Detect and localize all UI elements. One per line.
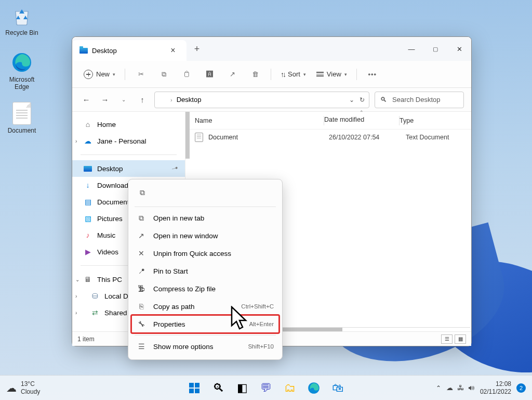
address-bar[interactable]: › Desktop ⌄ ↻ bbox=[154, 92, 369, 108]
ctx-copy-path[interactable]: ⎘Copy as pathCtrl+Shift+C bbox=[131, 298, 279, 315]
share-button[interactable]: ↗ bbox=[222, 66, 243, 83]
collapse-icon[interactable]: ⌄ bbox=[75, 277, 79, 282]
cloud-icon: ☁ bbox=[6, 382, 17, 394]
properties-icon: 🔧︎ bbox=[137, 319, 146, 329]
tab-close-icon[interactable]: × bbox=[167, 44, 179, 57]
recent-button[interactable]: ⌄ bbox=[117, 93, 130, 107]
copy-path-icon: ⎘ bbox=[137, 302, 146, 311]
chevron-down-icon: ▾ bbox=[344, 72, 347, 77]
sidebar-item-label: Pictures bbox=[97, 215, 123, 223]
context-menu: ⧉ ⧉Open in new tab ↗Open in new window ✕… bbox=[128, 179, 283, 360]
ctx-open-new-tab[interactable]: ⧉Open in new tab bbox=[131, 209, 279, 227]
new-tab-button[interactable]: + bbox=[187, 37, 207, 61]
maximize-button[interactable]: ▢ bbox=[423, 37, 447, 61]
clock-date: 02/11/2022 bbox=[480, 388, 511, 395]
text-file-icon bbox=[195, 133, 203, 142]
file-explorer-button[interactable]: 🗂︎ bbox=[280, 378, 300, 398]
volume-icon[interactable]: 🔊︎ bbox=[468, 384, 475, 392]
edge-icon bbox=[10, 51, 33, 74]
sort-button[interactable]: Sort ▾ bbox=[276, 66, 310, 83]
titlebar: Desktop × + — ▢ ✕ bbox=[72, 37, 471, 61]
details-view-button[interactable]: ☰ bbox=[441, 334, 453, 344]
sidebar-item-onedrive[interactable]: ›☁Jane - Personal bbox=[72, 133, 185, 149]
expand-icon[interactable]: › bbox=[75, 310, 77, 316]
item-count: 1 item bbox=[77, 336, 95, 343]
cut-button[interactable]: ✂ bbox=[130, 66, 151, 83]
ctx-label: Compress to Zip file bbox=[153, 285, 216, 293]
file-type: Text Document bbox=[406, 134, 462, 141]
copy-button[interactable]: ⧉ bbox=[153, 66, 174, 83]
onedrive-tray-icon[interactable]: ☁ bbox=[446, 384, 453, 392]
task-view-button[interactable]: ◧ bbox=[232, 378, 252, 398]
search-button[interactable]: 🔍︎ bbox=[208, 378, 229, 398]
search-box[interactable]: 🔍︎ Search Desktop bbox=[375, 92, 464, 108]
minimize-button[interactable]: — bbox=[400, 37, 423, 61]
scroll-ruler[interactable] bbox=[185, 112, 190, 159]
ctx-open-new-window[interactable]: ↗Open in new window bbox=[131, 227, 279, 244]
ctx-label: Open in new tab bbox=[153, 214, 204, 222]
ctx-pin-start[interactable]: 📍︎Pin to Start bbox=[131, 262, 279, 280]
sort-indicator-icon: ⌃ bbox=[324, 110, 399, 115]
forward-button[interactable]: → bbox=[98, 93, 112, 107]
chevron-down-icon[interactable]: ⌄ bbox=[349, 96, 354, 104]
search-icon: 🔍︎ bbox=[380, 96, 387, 104]
chat-button[interactable]: 💬︎ bbox=[256, 378, 276, 398]
start-button[interactable] bbox=[184, 378, 205, 398]
desktop-icon-label: Recycle Bin bbox=[2, 29, 42, 36]
expand-icon[interactable]: › bbox=[75, 138, 77, 144]
tray-chevron-icon[interactable]: ⌃ bbox=[436, 384, 441, 392]
window-tab[interactable]: Desktop × bbox=[72, 40, 187, 61]
desktop-icon-label: Microsoft Edge bbox=[2, 76, 42, 91]
clock[interactable]: 12:08 02/11/2022 bbox=[480, 380, 511, 395]
svg-rect-4 bbox=[195, 389, 200, 393]
ctx-label: Show more options bbox=[153, 343, 214, 351]
svg-rect-2 bbox=[195, 383, 200, 388]
edge-button[interactable] bbox=[303, 378, 324, 398]
refresh-button[interactable]: ↻ bbox=[360, 96, 365, 104]
up-button[interactable]: ↑ bbox=[136, 93, 149, 107]
recycle-bin-icon bbox=[10, 4, 33, 27]
pin-icon: 📍︎ bbox=[170, 164, 179, 173]
svg-rect-1 bbox=[189, 383, 194, 388]
ctx-copy-button[interactable]: ⧉ bbox=[135, 186, 150, 200]
taskbar: ☁ 13°C Cloudy 🔍︎ ◧ 💬︎ 🗂︎ 🛍︎ ⌃ ☁ 🖧︎ 🔊︎ 12… bbox=[0, 375, 532, 400]
more-icon: ••• bbox=[368, 70, 377, 78]
close-button[interactable]: ✕ bbox=[447, 37, 471, 61]
pictures-icon: ▧ bbox=[84, 214, 92, 223]
expand-icon[interactable]: › bbox=[75, 293, 77, 299]
desktop-icon-recycle-bin[interactable]: Recycle Bin bbox=[2, 4, 42, 36]
column-type[interactable]: Type bbox=[400, 117, 462, 124]
thumbnails-view-button[interactable]: ▦ bbox=[455, 334, 466, 344]
sidebar-item-home[interactable]: ⌂Home bbox=[72, 116, 185, 133]
file-row[interactable]: Document 26/10/2022 07:54 Text Document bbox=[185, 130, 471, 145]
column-name[interactable]: Name bbox=[195, 117, 324, 124]
store-button[interactable]: 🛍︎ bbox=[327, 378, 348, 398]
cursor-icon bbox=[230, 306, 250, 332]
network-icon[interactable]: 🖧︎ bbox=[457, 384, 464, 392]
new-button[interactable]: New ▾ bbox=[79, 66, 119, 83]
paste-button[interactable]: 📋︎ bbox=[176, 66, 197, 83]
view-button[interactable]: View ▾ bbox=[312, 66, 351, 83]
sidebar-item-desktop[interactable]: Desktop📍︎ bbox=[72, 160, 185, 177]
tab-title: Desktop bbox=[92, 47, 117, 55]
ctx-unpin[interactable]: ✕Unpin from Quick access bbox=[131, 244, 279, 262]
ctx-show-more[interactable]: ☰Show more optionsShift+F10 bbox=[131, 338, 279, 355]
notification-badge[interactable]: 2 bbox=[516, 383, 526, 393]
svg-rect-3 bbox=[189, 389, 194, 393]
ctx-compress[interactable]: 🗜︎Compress to Zip file bbox=[131, 280, 279, 298]
back-button[interactable]: ← bbox=[79, 93, 93, 107]
system-tray[interactable]: ☁ 🖧︎ 🔊︎ bbox=[446, 384, 475, 392]
rename-button[interactable]: 🅰︎ bbox=[199, 66, 220, 83]
delete-button[interactable]: 🗑︎ bbox=[245, 66, 265, 83]
sidebar-item-label: Desktop bbox=[97, 165, 123, 173]
ctx-properties[interactable]: 🔧︎PropertiesAlt+Enter bbox=[131, 315, 279, 333]
weather-widget[interactable]: ☁ 13°C Cloudy bbox=[6, 380, 40, 395]
new-label: New bbox=[96, 70, 110, 78]
sidebar-item-label: Home bbox=[97, 121, 116, 128]
column-date[interactable]: ⌃Date modified bbox=[324, 118, 399, 123]
shared-icon: ⇄ bbox=[91, 308, 99, 317]
desktop-icon-document[interactable]: Document bbox=[2, 102, 42, 134]
address-segment[interactable]: Desktop bbox=[177, 96, 202, 104]
more-button[interactable]: ••• bbox=[362, 66, 383, 83]
desktop-icon-edge[interactable]: Microsoft Edge bbox=[2, 51, 42, 91]
